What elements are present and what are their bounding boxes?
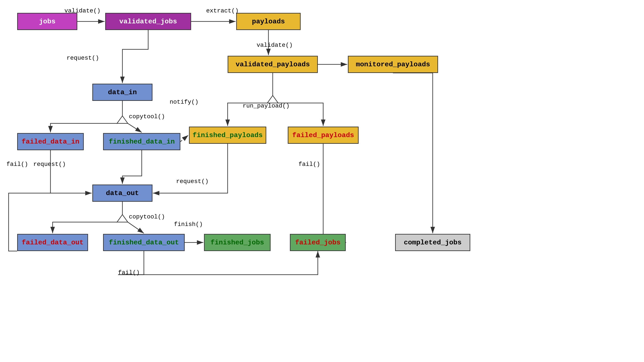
validated-jobs-node: validated_jobs <box>105 13 191 30</box>
arrows-svg <box>0 0 644 362</box>
label-finish: finish() <box>174 221 203 228</box>
label-notify: notify() <box>170 99 198 105</box>
label-copytool2: copytool() <box>129 214 165 220</box>
jobs-node: jobs <box>17 13 77 30</box>
svg-marker-10 <box>267 95 278 103</box>
svg-line-13 <box>128 222 144 233</box>
label-fail3: fail() <box>118 269 140 276</box>
failed-data-out-node: failed_data_out <box>17 234 88 251</box>
diagram: jobs validated_jobs payloads validated_p… <box>0 0 644 362</box>
label-request1: request() <box>66 55 99 61</box>
monitored-payloads-node: monitored_payloads <box>348 56 438 73</box>
failed-payloads-node: failed_payloads <box>288 127 358 144</box>
label-request3: request() <box>176 178 208 185</box>
failed-data-in-node: failed_data_in <box>17 133 84 150</box>
label-validate2: validate() <box>256 42 293 48</box>
svg-line-8 <box>180 135 188 142</box>
svg-line-7 <box>128 123 142 132</box>
failed-jobs-node: failed_jobs <box>290 234 346 251</box>
label-run-payload: run_payload() <box>243 103 290 109</box>
label-extract: extract() <box>206 7 238 14</box>
svg-marker-12 <box>117 215 128 222</box>
label-validate1: validate() <box>64 7 100 14</box>
completed-jobs-node: completed_jobs <box>395 234 470 251</box>
data-in-node: data_in <box>92 84 152 101</box>
payloads-node: payloads <box>236 13 301 30</box>
data-out-node: data_out <box>92 185 152 202</box>
svg-marker-6 <box>117 116 128 123</box>
finished-data-out-node: finished_data_out <box>103 234 185 251</box>
label-fail1: fail() <box>6 161 28 168</box>
finished-jobs-node: finished_jobs <box>204 234 270 251</box>
validated-payloads-node: validated_payloads <box>228 56 318 73</box>
label-request2: request() <box>33 161 66 168</box>
finished-data-in-node: finished_data_in <box>103 133 180 150</box>
label-copytool1: copytool() <box>129 113 165 120</box>
label-fail2: fail() <box>298 161 320 168</box>
finished-payloads-node: finished_payloads <box>189 127 266 144</box>
